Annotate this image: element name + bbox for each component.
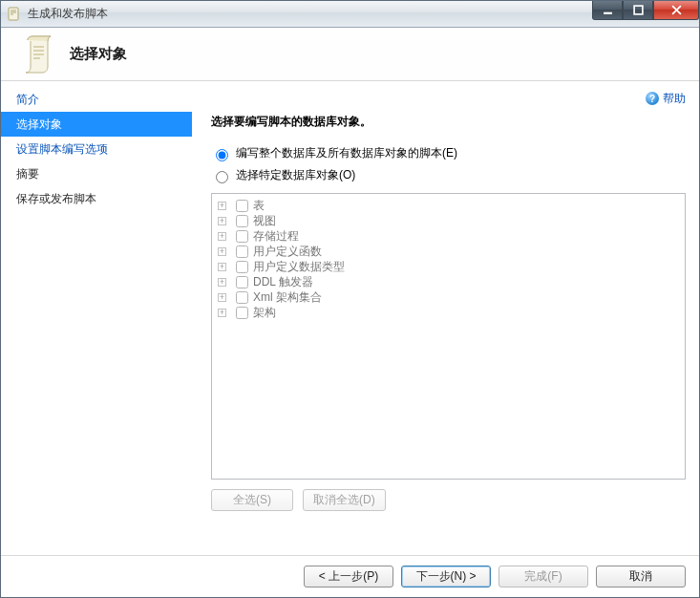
expand-icon[interactable]: + [218, 202, 226, 210]
step-intro[interactable]: 简介 [1, 87, 192, 112]
radio-script-entire-label: 编写整个数据库及所有数据库对象的脚本(E) [236, 145, 457, 161]
steps-sidebar: 简介 选择对象 设置脚本编写选项 摘要 保存或发布脚本 [1, 81, 192, 555]
tree-label: 架构 [251, 305, 276, 321]
content-panel: ? 帮助 选择要编写脚本的数据库对象。 编写整个数据库及所有数据库对象的脚本(E… [192, 81, 699, 555]
object-tree: + 表 + 视图 + 存储过程 + 用户定义函数 [211, 193, 686, 480]
step-save-publish[interactable]: 保存或发布脚本 [1, 186, 192, 211]
expand-icon[interactable]: + [218, 293, 226, 302]
radio-script-specific-input[interactable] [216, 171, 228, 183]
titlebar: 生成和发布脚本 [1, 1, 699, 28]
tree-item-views[interactable]: + 视图 [214, 213, 683, 228]
help-link[interactable]: 帮助 [663, 91, 686, 107]
tree-check[interactable] [236, 200, 248, 212]
tree-item-stored-procs[interactable]: + 存储过程 [214, 228, 683, 244]
step-scripting-options[interactable]: 设置脚本编写选项 [1, 137, 192, 161]
tree-check[interactable] [236, 230, 248, 243]
radio-script-specific[interactable]: 选择特定数据库对象(O) [211, 167, 686, 183]
script-icon [22, 35, 56, 74]
tree-check[interactable] [236, 261, 248, 273]
minimize-button[interactable] [592, 1, 623, 20]
wizard-window: 生成和发布脚本 选择对象 简介 选择对象 设 [0, 0, 700, 598]
tree-label: 用户定义函数 [251, 244, 322, 260]
maximize-button[interactable] [623, 1, 653, 20]
tree-check[interactable] [236, 307, 248, 319]
finish-button: 完成(F) [498, 566, 588, 587]
page-title: 选择对象 [70, 45, 127, 63]
tree-label: 表 [251, 198, 265, 214]
expand-icon[interactable]: + [218, 247, 226, 256]
tree-label: 用户定义数据类型 [251, 259, 345, 275]
select-all-button[interactable]: 全选(S) [211, 489, 293, 511]
tree-check[interactable] [236, 246, 248, 258]
tree-check[interactable] [236, 215, 248, 227]
svg-rect-2 [634, 6, 643, 14]
previous-button[interactable]: < 上一步(P) [304, 566, 393, 587]
step-summary[interactable]: 摘要 [1, 161, 192, 186]
step-choose-objects[interactable]: 选择对象 [1, 112, 192, 137]
app-icon [7, 7, 22, 22]
deselect-all-button[interactable]: 取消全选(D) [303, 489, 386, 511]
selection-buttons: 全选(S) 取消全选(D) [211, 489, 686, 511]
window-title: 生成和发布脚本 [28, 6, 108, 22]
tree-item-user-functions[interactable]: + 用户定义函数 [214, 244, 683, 259]
tree-check[interactable] [236, 291, 248, 304]
radio-script-specific-label: 选择特定数据库对象(O) [236, 167, 355, 183]
help-row: ? 帮助 [211, 89, 686, 108]
wizard-footer: < 上一步(P) 下一步(N) > 完成(F) 取消 [1, 555, 699, 597]
page-header: 选择对象 [1, 28, 699, 81]
expand-icon[interactable]: + [218, 278, 226, 287]
close-button[interactable] [653, 1, 699, 20]
tree-item-tables[interactable]: + 表 [214, 198, 683, 213]
expand-icon[interactable]: + [218, 217, 226, 225]
tree-label: 存储过程 [251, 228, 299, 245]
help-icon: ? [646, 92, 659, 105]
tree-item-user-types[interactable]: + 用户定义数据类型 [214, 259, 683, 274]
radio-script-entire-input[interactable] [216, 149, 228, 161]
next-button[interactable]: 下一步(N) > [401, 566, 491, 587]
expand-icon[interactable]: + [218, 263, 226, 271]
window-controls [592, 1, 699, 20]
radio-script-entire[interactable]: 编写整个数据库及所有数据库对象的脚本(E) [211, 145, 686, 161]
expand-icon[interactable]: + [218, 309, 226, 317]
tree-label: 视图 [251, 213, 276, 229]
tree-item-schemas[interactable]: + 架构 [214, 305, 683, 320]
tree-item-ddl-triggers[interactable]: + DDL 触发器 [214, 274, 683, 289]
expand-icon[interactable]: + [218, 232, 226, 241]
tree-label: DDL 触发器 [251, 274, 313, 290]
tree-item-xml-schemas[interactable]: + Xml 架构集合 [214, 289, 683, 305]
tree-check[interactable] [236, 276, 248, 288]
instruction-text: 选择要编写脚本的数据库对象。 [211, 114, 686, 130]
wizard-body: 简介 选择对象 设置脚本编写选项 摘要 保存或发布脚本 ? 帮助 选择要编写脚本… [1, 81, 699, 555]
tree-label: Xml 架构集合 [251, 289, 322, 306]
cancel-button[interactable]: 取消 [596, 566, 686, 587]
svg-rect-1 [604, 12, 612, 14]
